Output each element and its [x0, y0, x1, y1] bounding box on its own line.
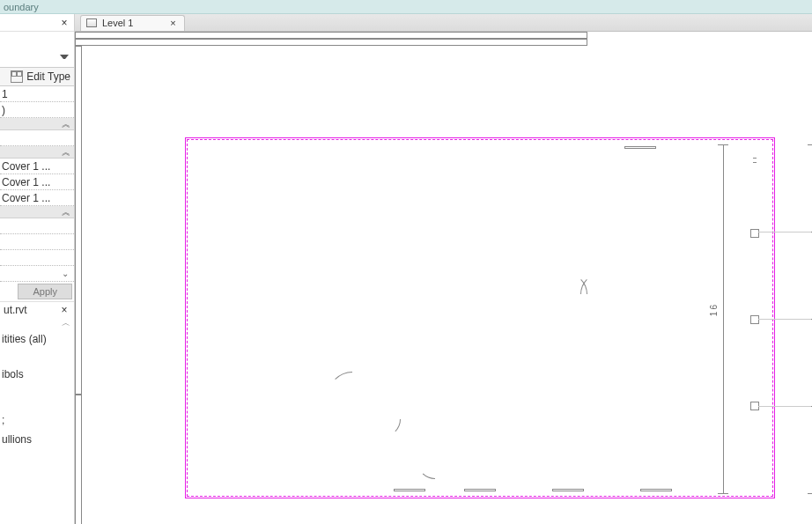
property-row[interactable]: Cover 1 ...	[0, 174, 74, 190]
chevron-up-icon: ︽	[62, 146, 70, 159]
project-browser-header: ut.rvt ×	[0, 301, 74, 317]
browser-collapse[interactable]: ︿	[0, 317, 74, 329]
witness-line	[758, 319, 811, 320]
project-name: ut.rvt	[4, 304, 27, 316]
chevron-up-icon: ︿	[62, 317, 70, 329]
door-opening	[547, 269, 568, 275]
context-ribbon: oundary	[0, 0, 812, 14]
window[interactable]	[552, 489, 584, 491]
edit-type-icon	[11, 70, 23, 83]
view-tabbar: Level 1 ×	[75, 14, 812, 32]
wall-south[interactable]	[75, 39, 587, 46]
wall-north[interactable]	[75, 32, 587, 39]
property-row[interactable]: )	[0, 102, 74, 118]
chevron-down-icon	[60, 55, 69, 63]
wall-east-interior[interactable]	[75, 395, 82, 524]
dimension[interactable]: 16	[723, 144, 724, 493]
view-tab-label: Level 1	[102, 18, 133, 28]
group-header[interactable]: ︽	[0, 206, 74, 218]
chevron-up-icon: ︽	[62, 206, 70, 218]
crop-region[interactable]	[185, 137, 775, 498]
property-row[interactable]: Cover 1 ...	[0, 159, 74, 174]
mullion[interactable]	[750, 315, 759, 324]
window[interactable]	[624, 146, 656, 149]
apply-row: Apply	[0, 282, 74, 301]
browser-item[interactable]: ;	[0, 410, 74, 430]
mullion[interactable]	[750, 229, 759, 238]
window[interactable]	[394, 489, 425, 491]
floor-plan: 16 EQ EQ EQ EQ	[75, 32, 812, 524]
close-icon[interactable]: ×	[58, 304, 70, 316]
property-row[interactable]: ⌄	[0, 266, 74, 282]
properties-panel: × Edit Type 1 ) ︽ ︽ Cover 1 ... Cover 1 …	[0, 14, 75, 524]
apply-button[interactable]: Apply	[18, 284, 72, 299]
group-header[interactable]: ︽	[0, 146, 74, 159]
context-title: oundary	[4, 2, 39, 12]
dimension-label: 16	[709, 303, 719, 316]
view-tab[interactable]: Level 1 ×	[80, 15, 185, 31]
chevron-down-icon: ⌄	[62, 269, 69, 278]
view-area: Level 1 ×	[75, 14, 812, 524]
edit-type-row: Edit Type	[0, 67, 74, 86]
group-header[interactable]: ︽	[0, 118, 74, 130]
wall-west[interactable]	[75, 46, 82, 395]
witness-line	[758, 232, 811, 232]
browser-item[interactable]: ibols	[0, 365, 74, 384]
window[interactable]	[640, 489, 672, 491]
door-opening	[367, 435, 385, 440]
browser-item[interactable]: itities (all)	[0, 329, 74, 349]
properties-tabbar: ×	[0, 14, 74, 32]
window[interactable]	[464, 489, 496, 491]
chevron-up-icon: ︽	[62, 118, 70, 130]
plan-view-icon	[86, 18, 97, 27]
close-icon[interactable]: ×	[166, 17, 179, 29]
canvas[interactable]: 16 EQ EQ EQ EQ	[75, 32, 812, 524]
witness-line	[758, 406, 811, 407]
property-row[interactable]	[0, 250, 74, 266]
door-opening	[352, 373, 358, 398]
property-row[interactable]: Cover 1 ...	[0, 190, 74, 206]
property-row[interactable]	[0, 218, 74, 234]
property-row[interactable]	[0, 234, 74, 250]
browser-item[interactable]: ullions	[0, 430, 74, 449]
type-selector[interactable]	[0, 32, 74, 67]
property-row[interactable]	[0, 130, 74, 146]
curtain-break	[753, 158, 757, 163]
door-opening	[600, 269, 621, 275]
property-row[interactable]: 1	[0, 86, 74, 102]
edit-type-label[interactable]: Edit Type	[26, 70, 70, 83]
close-icon[interactable]: ×	[58, 17, 70, 29]
